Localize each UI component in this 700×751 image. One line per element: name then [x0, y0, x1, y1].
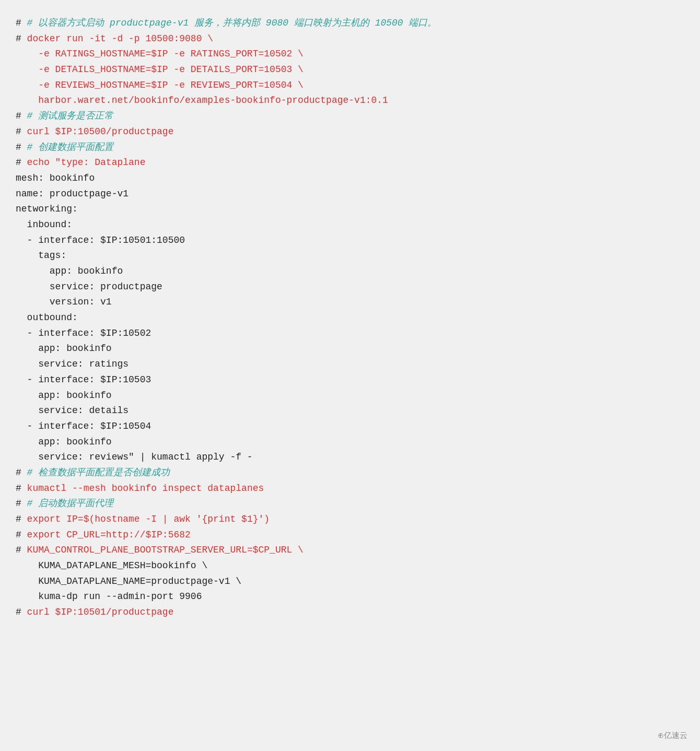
line-29: service: reviews" | kumactl apply -f - [16, 450, 684, 465]
line-26: service: details [16, 403, 684, 419]
line-4: -e DETAILS_HOSTNAME=$IP -e DETAILS_PORT=… [16, 62, 684, 78]
line-32: # # 启动数据平面代理 [16, 496, 684, 512]
line-35: # KUMA_CONTROL_PLANE_BOOTSTRAP_SERVER_UR… [16, 543, 684, 558]
line-27: - interface: $IP:10504 [16, 419, 684, 435]
line-16: tags: [16, 248, 684, 264]
line-15: - interface: $IP:10501:10500 [16, 233, 684, 249]
line-38: kuma-dp run --admin-port 9906 [16, 589, 684, 605]
line-34: # export CP_URL=http://$IP:5682 [16, 527, 684, 543]
line-10: # echo "type: Dataplane [16, 155, 684, 171]
line-30: # # 检查数据平面配置是否创建成功 [16, 465, 684, 481]
line-25: app: bookinfo [16, 388, 684, 404]
line-19: version: v1 [16, 295, 684, 310]
line-1: # # 以容器方式启动 productpage-v1 服务，并将内部 9080 … [16, 16, 684, 31]
line-7: # # 测试服务是否正常 [16, 109, 684, 124]
line-6: harbor.waret.net/bookinfo/examples-booki… [16, 93, 684, 109]
code-block: # # 以容器方式启动 productpage-v1 服务，并将内部 9080 … [16, 10, 684, 626]
watermark: ⊕亿速云 [658, 729, 687, 742]
line-36: KUMA_DATAPLANE_MESH=bookinfo \ [16, 558, 684, 574]
line-14: inbound: [16, 217, 684, 233]
line-20: outbound: [16, 310, 684, 326]
line-31: # kumactl --mesh bookinfo inspect datapl… [16, 481, 684, 497]
line-5: -e REVIEWS_HOSTNAME=$IP -e REVIEWS_PORT=… [16, 78, 684, 93]
line-28: app: bookinfo [16, 435, 684, 450]
line-37: KUMA_DATAPLANE_NAME=productpage-v1 \ [16, 574, 684, 590]
line-23: service: ratings [16, 357, 684, 372]
line-9: # # 创建数据平面配置 [16, 140, 684, 156]
line-8: # curl $IP:10500/productpage [16, 124, 684, 140]
line-11: mesh: bookinfo [16, 171, 684, 186]
line-22: app: bookinfo [16, 341, 684, 357]
line-18: service: productpage [16, 279, 684, 295]
line-21: - interface: $IP:10502 [16, 326, 684, 342]
line-33: # export IP=$(hostname -I | awk '{print … [16, 512, 684, 527]
line-12: name: productpage-v1 [16, 186, 684, 202]
line-2: # docker run -it -d -p 10500:9080 \ [16, 31, 684, 47]
line-17: app: bookinfo [16, 264, 684, 279]
line-24: - interface: $IP:10503 [16, 372, 684, 388]
line-39: # curl $IP:10501/productpage [16, 605, 684, 620]
line-3: -e RATINGS_HOSTNAME=$IP -e RATINGS_PORT=… [16, 46, 684, 62]
line-13: networking: [16, 202, 684, 217]
